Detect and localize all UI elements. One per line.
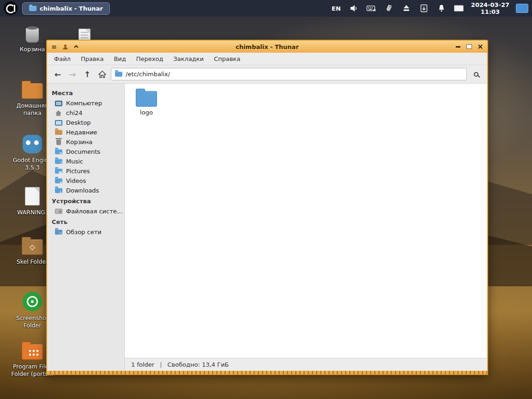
menu-file[interactable]: Файл (49, 53, 76, 65)
home-icon (54, 109, 62, 116)
close-button[interactable]: × (476, 42, 484, 51)
keyboard-icon[interactable] (366, 3, 377, 14)
status-folder-count: 1 folder (131, 361, 154, 368)
sidebar-item-network-browse[interactable]: ○ Обзор сети (47, 227, 124, 237)
sidebar-item-label: Desktop (66, 119, 91, 126)
sidebar-item-label: Файловая систе… (66, 208, 123, 215)
app-grid-glyph (29, 350, 31, 352)
sidebar-item-pictures[interactable]: ▦ Pictures (47, 166, 124, 176)
document-icon (25, 187, 40, 206)
desktop-root: chimbalix - Thunar EN 20 (0, 0, 532, 399)
statusbar: 1 folder | Свободно: 13,4 ГиБ (125, 358, 487, 371)
window-title: chimbalix - Thunar (83, 43, 452, 50)
trash-icon (54, 139, 62, 145)
sidebar-item-computer[interactable]: Компьютер (47, 98, 124, 108)
titlebar-right-buttons: × (454, 42, 484, 51)
maximize-button[interactable] (465, 42, 473, 51)
desktop-icon-label: WARNING! (17, 209, 48, 216)
taskbar-window-button[interactable]: chimbalix - Thunar (22, 2, 110, 15)
app-window-tray-icon[interactable] (453, 3, 465, 14)
menu-go[interactable]: Переход (131, 53, 169, 65)
sidebar-item-label: Обзор сети (66, 229, 102, 236)
volume-icon[interactable] (348, 3, 359, 14)
back-button[interactable]: ← (52, 68, 64, 80)
window-sticky-button[interactable] (61, 42, 69, 51)
sidebar-item-label: Music (66, 158, 83, 165)
sidebar-item-recent[interactable]: Недавние (47, 127, 124, 137)
clock-date: 2024-03-27 (471, 1, 509, 8)
files-view[interactable]: logo (125, 84, 487, 358)
menu-bookmarks[interactable]: Закладки (168, 53, 209, 65)
sidebar-item-label: Videos (66, 177, 86, 184)
status-free-space: Свободно: 13,4 ГиБ (168, 361, 229, 368)
computer-icon (54, 100, 62, 107)
minimize-button[interactable] (454, 42, 462, 51)
top-panel: chimbalix - Thunar EN 20 (0, 0, 532, 17)
videos-folder-icon: ▸ (54, 177, 62, 184)
clock-time: 11:03 (481, 8, 500, 15)
trash-cup-icon (26, 28, 39, 42)
menu-view[interactable]: Вид (109, 53, 131, 65)
folder-icon (29, 6, 36, 11)
diamond-glyph: ◇ (30, 243, 35, 251)
sidebar-item-trash[interactable]: Корзина (47, 137, 124, 147)
eject-icon[interactable] (401, 3, 412, 14)
search-icon (474, 72, 478, 77)
folder-icon (136, 91, 157, 107)
sidebar-item-label: Корзина (66, 139, 92, 145)
sidebar-item-home[interactable]: chi24 (47, 108, 124, 118)
sidebar-item-videos[interactable]: ▸ Videos (47, 176, 124, 186)
system-tray: EN 2024-03-27 11:03 (331, 1, 528, 15)
sidebar-item-label: Documents (66, 148, 100, 155)
window-shade-button[interactable] (72, 42, 80, 51)
paperclip-icon[interactable] (383, 3, 394, 14)
desktop-icon (54, 119, 62, 126)
skel-folder-icon: ◇ (22, 239, 43, 255)
recent-icon (54, 129, 62, 136)
sidebar-header-places: Места (47, 87, 124, 98)
titlebar-left-buttons: ≡ (50, 42, 80, 51)
keyboard-layout-indicator[interactable]: EN (331, 5, 342, 12)
folder-icon (115, 72, 122, 77)
show-desktop-button[interactable] (516, 4, 528, 13)
forward-button[interactable]: → (66, 68, 79, 80)
sidebar-item-label: chi24 (66, 109, 83, 116)
window-menu-button[interactable]: ≡ (50, 42, 58, 51)
sidebar-header-devices: Устройства (47, 195, 124, 206)
search-button[interactable] (470, 68, 483, 80)
sidebar-item-label: Downloads (66, 187, 99, 194)
notifications-bell-icon[interactable] (436, 3, 447, 14)
clock[interactable]: 2024-03-27 11:03 (471, 1, 509, 15)
home-folder-icon (22, 83, 43, 99)
home-button[interactable] (96, 68, 108, 80)
toolbar: ← → ↑ /etc/chimbalix/ (47, 65, 487, 84)
sidebar-header-network: Сеть (47, 216, 124, 227)
sidebar-item-filesystem[interactable]: Файловая систе… (47, 206, 124, 216)
taskbar-window-label: chimbalix - Thunar (40, 5, 103, 12)
up-button[interactable]: ↑ (81, 68, 93, 80)
window-body: Места Компьютер chi24 Desktop (47, 84, 487, 371)
window-titlebar[interactable]: ≡ chimbalix - Thunar × (47, 41, 487, 53)
clipboard-download-icon[interactable] (418, 3, 429, 14)
program-folder-icon (22, 344, 43, 360)
sidebar-item-documents[interactable]: ≡ Documents (47, 147, 124, 157)
path-text: /etc/chimbalix/ (126, 71, 170, 78)
sidebar-item-music[interactable]: ♪ Music (47, 157, 124, 166)
window-resize-grip[interactable] (47, 371, 487, 374)
right-pane: logo 1 folder | Свободно: 13,4 ГиБ (125, 84, 487, 371)
menu-help[interactable]: Справка (209, 53, 245, 65)
file-name: logo (140, 109, 153, 116)
sidebar: Места Компьютер chi24 Desktop (47, 84, 125, 371)
file-item-logo[interactable]: logo (131, 91, 162, 116)
menu-edit[interactable]: Правка (76, 53, 109, 65)
distro-logo-menu-button[interactable] (4, 1, 18, 15)
sidebar-item-downloads[interactable]: ↓ Downloads (47, 186, 124, 195)
music-folder-icon: ♪ (54, 158, 62, 165)
sidebar-item-label: Компьютер (66, 100, 102, 107)
sidebar-item-desktop[interactable]: Desktop (47, 118, 124, 127)
network-folder-icon: ○ (54, 229, 62, 236)
godot-icon (23, 135, 42, 153)
path-bar[interactable]: /etc/chimbalix/ (111, 68, 467, 80)
desktop-icon-label: Skel Folder (17, 258, 48, 266)
documents-folder-icon: ≡ (54, 148, 62, 155)
